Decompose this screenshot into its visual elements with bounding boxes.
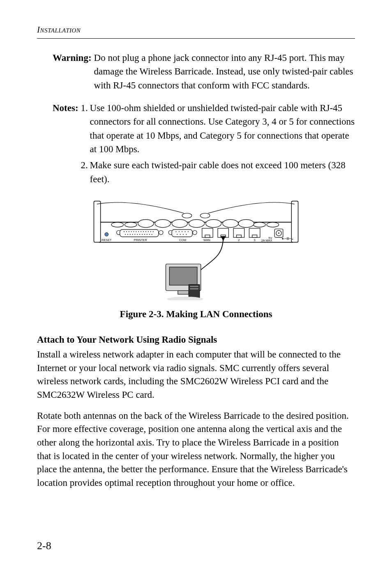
port-1	[218, 228, 228, 237]
svg-point-13	[238, 220, 254, 227]
svg-point-30	[150, 231, 151, 232]
svg-point-14	[182, 213, 192, 218]
port-label-com: COM	[179, 238, 186, 242]
svg-point-42	[149, 234, 150, 234]
svg-rect-75	[169, 267, 197, 285]
svg-point-9	[172, 220, 187, 227]
svg-point-49	[185, 231, 185, 232]
svg-point-10	[189, 220, 204, 227]
svg-point-35	[132, 234, 133, 234]
svg-point-33	[127, 234, 128, 234]
notes-body: 1. Use 100-ohm shielded or unshielded tw…	[81, 101, 355, 188]
paragraph: Install a wireless network adapter in ea…	[37, 348, 355, 402]
body-block: Warning: Do not plug a phone jack connec…	[37, 51, 355, 490]
paragraph: Rotate both antennas on the back of the …	[37, 409, 355, 490]
port-label-printer: PRINTER	[134, 238, 147, 242]
svg-point-5	[254, 222, 265, 227]
svg-point-40	[144, 234, 145, 234]
svg-point-43	[152, 234, 152, 234]
svg-rect-1	[94, 201, 100, 242]
port-wan	[202, 228, 213, 237]
svg-text:+: +	[282, 237, 284, 241]
warning-block: Warning: Do not plug a phone jack connec…	[53, 51, 355, 92]
svg-point-25	[138, 231, 139, 232]
svg-rect-63	[252, 235, 257, 237]
svg-point-4	[125, 222, 136, 227]
figure-caption: Figure 2-3. Making LAN Connections	[37, 307, 355, 321]
port-2	[233, 228, 244, 237]
svg-point-41	[147, 234, 147, 234]
svg-point-53	[183, 234, 183, 234]
svg-point-39	[142, 234, 142, 234]
port-label-reset: RESET	[101, 238, 112, 242]
svg-point-27	[143, 231, 143, 232]
svg-point-26	[141, 231, 141, 232]
svg-rect-79	[190, 288, 198, 290]
port-label-2: 2	[238, 238, 240, 242]
svg-point-12	[223, 220, 238, 227]
page-number: 2-8	[37, 540, 51, 552]
note-item: 2. Make sure each twisted-pair cable doe…	[81, 158, 355, 186]
warning-label: Warning:	[53, 51, 94, 92]
computer-icon	[166, 264, 203, 300]
svg-point-8	[155, 220, 171, 227]
svg-point-29	[148, 231, 148, 232]
svg-point-38	[140, 234, 140, 234]
note-text: Use 100-ohm shielded or unshielded twist…	[90, 101, 355, 156]
svg-rect-78	[190, 286, 198, 287]
warning-text: Do not plug a phone jack connector into …	[94, 51, 355, 92]
note-text: Make sure each twisted-pair cable does n…	[90, 158, 355, 186]
note-number: 2.	[81, 158, 90, 186]
svg-point-52	[180, 234, 180, 234]
notes-label: Notes:	[53, 101, 81, 188]
svg-point-20	[126, 231, 127, 232]
svg-point-3	[111, 222, 123, 227]
svg-point-24	[136, 231, 136, 232]
svg-point-19	[124, 231, 124, 232]
port-3	[249, 228, 260, 237]
figure: RESET PRINTER	[37, 197, 355, 304]
svg-point-16	[105, 232, 108, 236]
svg-point-47	[179, 231, 179, 232]
svg-point-32	[125, 234, 125, 234]
running-head: Installation	[37, 25, 355, 35]
svg-point-46	[176, 231, 176, 232]
svg-point-54	[186, 234, 187, 234]
svg-point-34	[130, 234, 130, 234]
svg-point-22	[131, 231, 131, 232]
svg-point-23	[134, 231, 134, 232]
svg-point-51	[177, 234, 178, 234]
section-subhead: Attach to Your Network Using Radio Signa…	[37, 333, 355, 346]
svg-point-28	[145, 231, 146, 232]
note-item: 1. Use 100-ohm shielded or unshielded tw…	[81, 101, 355, 156]
svg-point-66	[278, 232, 279, 234]
svg-rect-61	[237, 235, 242, 237]
svg-point-37	[137, 234, 138, 234]
svg-point-11	[206, 220, 221, 227]
svg-point-36	[135, 234, 135, 234]
port-label-power-2: 2A MAX	[261, 239, 272, 242]
svg-point-15	[200, 213, 210, 218]
port-label-wan: WAN	[203, 238, 210, 242]
svg-rect-57	[205, 235, 210, 237]
svg-point-31	[153, 231, 153, 232]
svg-point-21	[129, 231, 129, 232]
svg-point-7	[138, 220, 154, 227]
svg-point-6	[267, 222, 279, 227]
port-label-3: 3	[254, 238, 256, 242]
svg-rect-2	[291, 201, 298, 242]
page: Installation Warning: Do not plug a phon…	[0, 0, 392, 571]
notes-block: Notes: 1. Use 100-ohm shielded or unshie…	[53, 101, 355, 188]
svg-point-48	[182, 231, 182, 232]
svg-point-68	[288, 238, 288, 239]
lan-connections-diagram: RESET PRINTER	[73, 197, 319, 300]
note-number: 1.	[81, 101, 90, 156]
svg-point-50	[188, 231, 188, 232]
svg-rect-76	[178, 291, 189, 295]
header-rule	[37, 38, 355, 39]
